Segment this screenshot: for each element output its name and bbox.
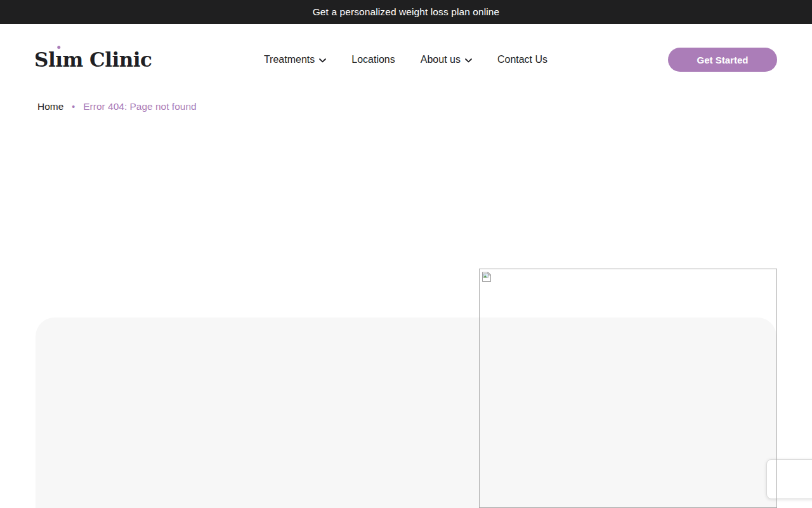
breadcrumb-home-link[interactable]: Home: [37, 101, 63, 112]
nav-item-locations[interactable]: Locations: [351, 54, 395, 65]
broken-image: [479, 269, 777, 508]
breadcrumb: Home • Error 404: Page not found: [0, 101, 812, 112]
chevron-down-icon: [319, 58, 326, 63]
brand-logo-text-after: m Clinic: [62, 48, 152, 71]
banner-text: Get a personalized weight loss plan onli…: [313, 6, 500, 18]
main-nav: Treatments Locations About us Contact Us: [264, 54, 547, 65]
get-started-button[interactable]: Get Started: [668, 48, 777, 72]
nav-item-label: About us: [421, 54, 461, 65]
breadcrumb-separator: •: [72, 102, 75, 111]
nav-item-label: Contact Us: [497, 54, 547, 65]
breadcrumb-current: Error 404: Page not found: [83, 101, 196, 112]
nav-item-label: Locations: [351, 54, 395, 65]
top-banner: Get a personalized weight loss plan onli…: [0, 0, 812, 24]
header: Slım Clinic Treatments Locations About u…: [0, 24, 812, 72]
nav-item-treatments[interactable]: Treatments: [264, 54, 326, 65]
header-cta-wrap: Get Started: [659, 48, 777, 72]
nav-item-label: Treatments: [264, 54, 315, 65]
brand-logo-dotted-i: ı: [55, 48, 62, 71]
brand-logo[interactable]: Slım Clinic: [34, 50, 152, 70]
nav-item-contact-us[interactable]: Contact Us: [497, 54, 547, 65]
chevron-down-icon: [465, 58, 472, 63]
nav-item-about-us[interactable]: About us: [421, 54, 472, 65]
broken-image-icon: [481, 271, 492, 285]
brand-logo-text-before: Sl: [34, 48, 55, 71]
